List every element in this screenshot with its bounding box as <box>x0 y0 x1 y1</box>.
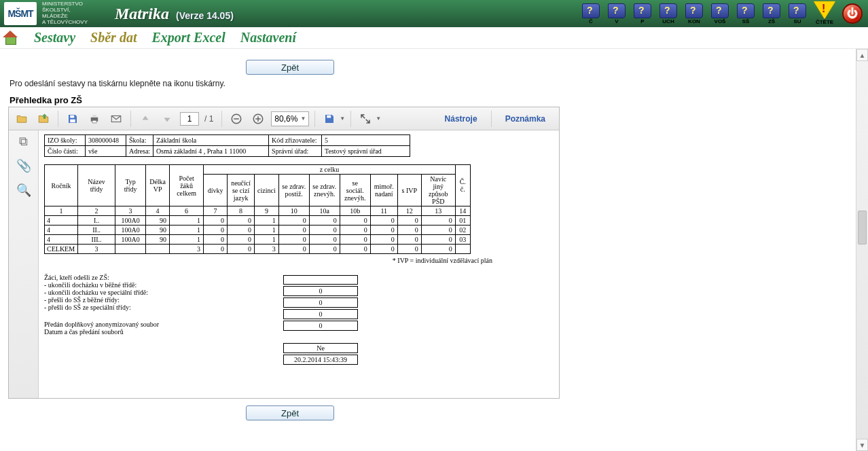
menu-sestavy[interactable]: Sestavy <box>34 30 75 46</box>
open-from-icon[interactable] <box>35 110 52 128</box>
zoom-out-icon[interactable] <box>228 110 245 128</box>
tab-poznamka[interactable]: Poznámka <box>496 108 555 130</box>
toolbar-separator <box>491 111 492 127</box>
ivp-note: * IVP = individuální vzdělávací plán <box>44 257 492 264</box>
help-icon-v[interactable]: V <box>607 3 626 24</box>
help-icon-label: P <box>640 19 644 24</box>
help-icon-uch[interactable]: UCH <box>659 3 678 24</box>
chevron-down-icon: ▼ <box>340 115 345 122</box>
footer-label: - ukončili docházku v běžné třídě: <box>44 281 261 289</box>
svg-rect-0 <box>70 115 74 118</box>
help-icon-label: UCH <box>662 19 674 24</box>
zoom-value: 80,6% <box>274 114 297 124</box>
report-data-grid: RočníkNázev třídyTyp třídyDélka VPPočet … <box>44 164 471 254</box>
toolbar-separator <box>350 111 351 127</box>
scroll-track[interactable] <box>856 61 868 439</box>
page-total-label: / 1 <box>204 114 213 124</box>
report-footer-block: Žáci, kteří odešli ze ZŠ: - ukončili doc… <box>44 274 554 366</box>
viewer-toolbar: / 1 80,6% ▼ ▼ ▼ Nástroje <box>9 107 559 130</box>
viewer-side-tools: ⧉ 📎 🔍 <box>9 130 39 398</box>
help-icon-label: ZŠ <box>768 19 775 24</box>
zoom-in-icon[interactable] <box>249 110 267 128</box>
app-title: Matrika (Verze 14.05) <box>115 5 234 23</box>
app-title-text: Matrika <box>115 5 169 22</box>
svg-rect-10 <box>258 116 259 122</box>
report-header-table: IZO školy: 308000048 Škola: Základní ško… <box>44 134 410 157</box>
cell: Testový správní úřad <box>322 146 410 157</box>
footer-label: - přešli do SŠ ze speciální třídy: <box>44 304 261 311</box>
open-icon[interactable] <box>13 110 31 128</box>
help-icon-ss[interactable]: SŠ <box>736 3 755 24</box>
cell: Škola: <box>126 135 153 146</box>
toolbar-separator <box>314 111 315 127</box>
msmt-logo: MŠMT <box>4 2 37 25</box>
svg-rect-11 <box>327 115 331 118</box>
toolbar-separator <box>130 111 131 127</box>
home-icon[interactable] <box>4 31 19 45</box>
footer-label: Žáci, kteří odešli ze ZŠ: <box>44 274 261 281</box>
svg-rect-4 <box>92 120 96 123</box>
footer-value: 0 <box>283 309 358 319</box>
back-button-bottom[interactable]: Zpět <box>246 405 334 420</box>
footer-label: - přešli do SŠ z běžné třídy: <box>44 296 261 304</box>
tab-nastroje[interactable]: Nástroje <box>435 108 487 130</box>
svg-rect-3 <box>92 115 96 118</box>
svg-rect-1 <box>70 119 75 122</box>
top-header-bar: MŠMT MINISTERSTVO ŠKOLSTVÍ, MLÁDEŽE A TĚ… <box>0 0 868 27</box>
save-icon[interactable] <box>64 110 82 128</box>
footer-value: 0 <box>283 297 358 308</box>
app-version: (Verze 14.05) <box>176 10 234 21</box>
footer-values-table-2: Ne 20.2.2014 15:43:39 <box>282 342 359 366</box>
warning-ctete[interactable]: ČTĚTE <box>814 1 835 25</box>
help-icon-label: SŠ <box>742 19 750 24</box>
scroll-thumb[interactable] <box>858 211 867 245</box>
help-icon-c[interactable]: Č <box>581 3 600 24</box>
page-body: Zpět Pro odeslání sestavy na tiskárnu kl… <box>0 49 868 451</box>
zoom-select[interactable]: 80,6% ▼ <box>271 111 309 126</box>
help-icon-label: KON <box>688 19 700 24</box>
ministry-line: A TĚLOVÝCHOVY <box>42 20 88 26</box>
logo-block: MŠMT MINISTERSTVO ŠKOLSTVÍ, MLÁDEŽE A TĚ… <box>0 0 88 27</box>
top-icon-strip: Č V P UCH KON VOŠ SŠ ZŠ SU ČTĚTE ⏻ <box>581 1 863 25</box>
help-icon-kon[interactable]: KON <box>685 3 704 24</box>
page-up-icon[interactable] <box>137 110 154 128</box>
fullscreen-icon[interactable] <box>357 110 374 128</box>
section-title: Přehledka pro ZŠ <box>10 95 860 105</box>
page-number-input[interactable] <box>180 112 199 126</box>
report-page: IZO školy: 308000048 Škola: Základní ško… <box>44 134 554 366</box>
cell: vše <box>86 146 126 157</box>
help-icon-label: Č <box>589 19 593 24</box>
footer-label: Předán doplňkový anonymizovaný soubor <box>44 321 261 328</box>
menu-sber-dat[interactable]: Sběr dat <box>90 30 137 46</box>
save-dropdown-icon[interactable] <box>321 110 338 128</box>
power-icon: ⏻ <box>847 8 858 19</box>
footer-value: 20.2.2014 15:43:39 <box>283 355 358 365</box>
back-button-top[interactable]: Zpět <box>246 60 334 75</box>
help-icon-zs[interactable]: ZŠ <box>762 3 781 24</box>
toolbar-separator <box>58 111 58 127</box>
help-icon-p[interactable]: P <box>633 3 652 24</box>
report-viewer: / 1 80,6% ▼ ▼ ▼ Nástroje <box>8 107 560 399</box>
chevron-down-icon: ▼ <box>300 115 306 122</box>
help-icon-label: SU <box>793 19 801 24</box>
pages-icon[interactable]: ⧉ <box>19 134 28 149</box>
attachment-icon[interactable]: 📎 <box>16 158 31 173</box>
document-scroll-area[interactable]: IZO školy: 308000048 Škola: Základní ško… <box>39 130 559 398</box>
menu-nastaveni[interactable]: Nastavení <box>240 30 296 46</box>
help-icon-vos[interactable]: VOŠ <box>710 3 729 24</box>
window-scrollbar[interactable]: ▲ ▼ <box>856 49 868 451</box>
help-icon-label: VOŠ <box>715 19 726 24</box>
help-icon-su[interactable]: SU <box>788 3 807 24</box>
scroll-up-icon[interactable]: ▲ <box>856 49 868 61</box>
scroll-down-icon[interactable]: ▼ <box>856 439 868 451</box>
mail-icon[interactable] <box>107 110 125 128</box>
print-icon[interactable] <box>86 110 103 128</box>
binoculars-icon[interactable]: 🔍 <box>16 183 31 198</box>
menu-export-excel[interactable]: Export Excel <box>151 30 225 46</box>
chevron-down-icon: ▼ <box>376 115 381 122</box>
logout-button[interactable]: ⏻ <box>842 3 863 24</box>
cell: Kód zřizovatele: <box>269 135 322 146</box>
page-down-icon[interactable] <box>158 110 176 128</box>
toolbar-separator <box>221 111 222 127</box>
cell: Osmá základní 4 , Praha 1 11000 <box>153 146 269 157</box>
